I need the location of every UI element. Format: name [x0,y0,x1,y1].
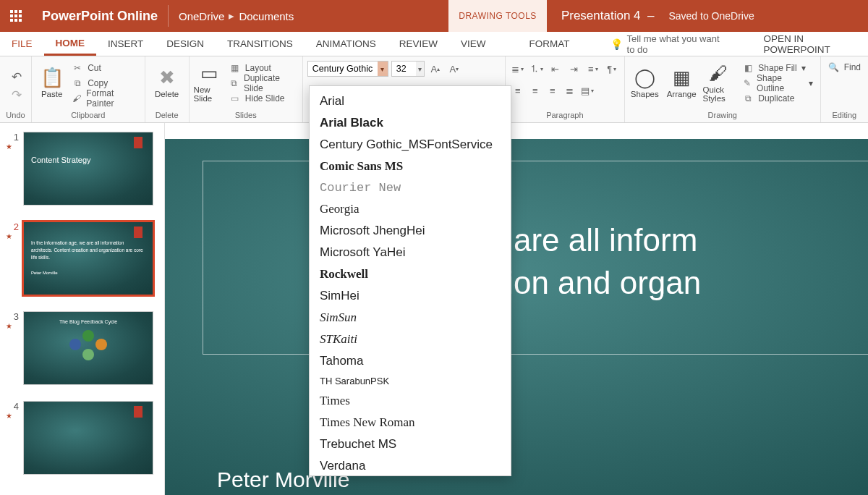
align-right-button[interactable]: ≡ [545,82,561,98]
justify-button[interactable]: ≣ [562,82,578,98]
font-option[interactable]: Tahoma [310,350,511,372]
tab-view[interactable]: VIEW [449,32,498,56]
slide-canvas-area[interactable]: ⟳ ation age, we are all inform Content c… [165,123,868,495]
group-label-delete: Delete [150,109,184,122]
group-label-paragraph: Paragraph [510,109,620,122]
font-name-input[interactable] [308,64,378,74]
font-dropdown-list[interactable]: ArialArial BlackCentury Gothic_MSFontSer… [309,85,511,476]
bucket-icon: ◧ [742,63,754,73]
font-name-dropdown-button[interactable]: ▾ [378,62,388,76]
font-option[interactable]: Microsoft JhengHei [310,220,511,242]
delete-button[interactable]: ✖ Delete [150,58,184,106]
thumbnail-1[interactable]: 1★ Content Strategy [6,132,161,206]
search-icon: 🔍 [828,62,840,72]
thumbnail-3[interactable]: 3★ The Blog Feedback Cycle [6,311,161,385]
tab-review[interactable]: REVIEW [388,32,449,56]
grow-font-button[interactable]: A▴ [427,61,443,77]
group-slides: ▭ New Slide ▦Layout ⧉Duplicate Slide ▭Hi… [190,56,303,122]
document-title[interactable]: Presentation 4 – [547,9,669,23]
tab-home[interactable]: HOME [44,32,97,56]
group-label-slides: Slides [194,109,298,122]
slide-number: 1 [6,132,19,143]
animation-star-icon: ★ [6,322,19,330]
align-text-button[interactable]: ▤ [579,82,595,98]
font-size-input[interactable] [392,64,416,74]
shape-outline-button[interactable]: ✎Shape Outline ▾ [739,76,815,90]
tab-transitions[interactable]: TRANSITIONS [216,32,305,56]
quick-styles-button[interactable]: 🖌Quick Styles [703,58,734,106]
font-option[interactable]: Rockwell [310,263,511,285]
tab-format[interactable]: FORMAT [518,32,582,56]
numbering-button[interactable]: ⒈ [529,61,545,77]
paste-button[interactable]: 📋 Paste [36,58,67,106]
chevron-right-icon: ▸ [229,9,234,22]
hide-icon: ▭ [229,93,241,103]
font-option[interactable]: Times [310,390,511,412]
tab-file[interactable]: FILE [0,32,44,56]
tab-animations[interactable]: ANIMATIONS [305,32,388,56]
line-spacing-button[interactable]: ≡ [585,61,601,77]
slide-canvas[interactable]: ⟳ ation age, we are all inform Content c… [165,139,868,495]
title-bar: PowerPoint Online OneDrive ▸ Documents D… [0,0,868,32]
tab-design[interactable]: DESIGN [155,32,216,56]
thumbnail-4[interactable]: 4★ [6,401,161,475]
duplicate-slide-button[interactable]: ⧉Duplicate Slide [226,76,298,90]
redo-button[interactable]: ↷ [12,88,22,103]
font-option[interactable]: Courier New [310,177,511,198]
font-option[interactable]: SimHei [310,285,511,307]
font-size-dropdown-button[interactable]: ▾ [416,62,424,76]
arrange-button[interactable]: ▦Arrange [666,58,697,106]
font-option[interactable]: TH SarabunPSK [310,372,511,390]
slide-number: 3 [6,311,19,322]
duplicate-icon: ⧉ [229,78,239,88]
font-option[interactable]: SimSun [310,307,511,329]
text-direction-button[interactable]: ¶ [604,61,620,77]
font-option[interactable]: Georgia [310,198,511,220]
waffle-icon [10,10,22,22]
font-size-combobox[interactable]: ▾ [391,61,425,77]
paintbrush-icon: 🖌 [72,93,82,103]
font-option[interactable]: Times New Roman [310,412,511,433]
hide-slide-button[interactable]: ▭Hide Slide [226,91,298,106]
font-option[interactable]: Century Gothic_MSFontService [310,134,511,156]
duplicate-shape-button[interactable]: ⧉Duplicate [739,91,815,106]
find-button[interactable]: 🔍Find [825,58,864,72]
align-center-button[interactable]: ≡ [527,82,543,98]
format-painter-button[interactable]: 🖌Format Painter [69,91,140,106]
increase-indent-button[interactable]: ⇥ [566,61,582,77]
font-option[interactable]: Arial Black [310,112,511,134]
breadcrumb-documents[interactable]: Documents [239,10,294,22]
group-undo: ↶ ↷ Undo [0,56,32,122]
tab-insert[interactable]: INSERT [96,32,155,56]
font-option[interactable]: Verdana [310,455,511,476]
tell-me-search[interactable]: 💡 Tell me what you want to do [610,32,725,56]
breadcrumb-onedrive[interactable]: OneDrive [179,10,224,22]
shrink-font-button[interactable]: A▾ [446,61,462,77]
group-label-editing: Editing [825,109,864,122]
thumbnail-2[interactable]: 2★ In the information age, we are all in… [6,221,161,295]
font-option[interactable]: Comic Sans MS [310,156,511,177]
align-left-button[interactable]: ≡ [510,82,526,98]
decrease-indent-button[interactable]: ⇤ [548,61,563,77]
cut-button[interactable]: ✂Cut [69,61,140,75]
lightbulb-icon: 💡 [610,38,623,50]
quick-styles-icon: 🖌 [709,61,728,85]
breadcrumb[interactable]: OneDrive ▸ Documents [169,9,304,22]
open-in-powerpoint-button[interactable]: OPEN IN POWERPOINT [754,32,868,56]
shapes-button[interactable]: ◯Shapes [629,58,660,106]
slide-thumbnail-panel: 1★ Content Strategy 2★ In the informatio… [0,123,165,495]
duplicate-icon: ⧉ [742,93,754,103]
animation-star-icon: ★ [6,143,19,151]
font-option[interactable]: Arial [310,90,511,112]
app-launcher-button[interactable] [0,0,32,32]
font-option[interactable]: Trebuchet MS [310,433,511,455]
font-option[interactable]: Microsoft YaHei [310,242,511,263]
group-paragraph: ≣ ⒈ ⇤ ⇥ ≡ ¶ ≡ ≡ ≡ ≣ ▤ Paragraph [506,56,625,122]
group-delete: ✖ Delete Delete [145,56,190,122]
font-option[interactable]: STKaiti [310,329,511,350]
undo-button[interactable]: ↶ [12,69,22,85]
bullets-button[interactable]: ≣ [510,61,526,77]
group-label-clipboard: Clipboard [36,109,140,122]
font-name-combobox[interactable]: ▾ [307,61,388,77]
new-slide-button[interactable]: ▭ New Slide [194,58,225,106]
